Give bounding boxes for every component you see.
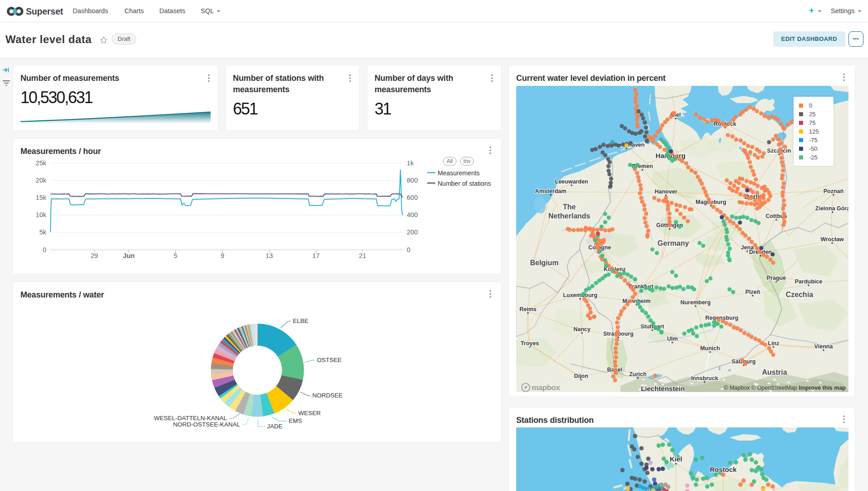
svg-text:25k: 25k [36,159,47,167]
svg-text:Luxembourg: Luxembourg [563,292,597,298]
svg-text:Inv: Inv [463,158,470,164]
svg-text:Austria: Austria [762,368,787,376]
svg-text:Kiel: Kiel [670,455,682,463]
svg-text:EMS: EMS [289,417,302,424]
svg-text:Troyes: Troyes [521,340,539,347]
svg-text:15k: 15k [36,194,47,201]
svg-text:mapbox: mapbox [532,383,560,392]
svg-text:NORDSEE: NORDSEE [312,392,343,399]
svg-text:20k: 20k [36,177,47,184]
svg-text:Measurements: Measurements [438,169,480,177]
svg-text:Amsterdam: Amsterdam [535,188,567,194]
svg-text:400: 400 [407,211,418,218]
svg-text:WESER: WESER [298,410,321,417]
svg-text:Zielona Góra: Zielona Góra [815,205,848,212]
svg-text:Netherlands: Netherlands [548,212,591,220]
svg-text:Innsbruck: Innsbruck [691,375,718,382]
svg-text:5: 5 [174,252,178,259]
svg-text:13: 13 [266,252,273,259]
svg-text:200: 200 [407,228,418,236]
svg-text:JADE: JADE [267,423,283,430]
svg-text:Rostock: Rostock [710,466,737,473]
svg-text:Zurich: Zurich [629,371,646,377]
svg-text:Munich: Munich [700,345,720,352]
svg-text:0: 0 [407,246,410,253]
svg-text:Jun: Jun [123,252,135,259]
svg-text:Germany: Germany [657,239,689,247]
svg-text:21: 21 [359,252,366,259]
svg-text:OSTSEE: OSTSEE [317,357,342,363]
svg-text:The: The [563,203,576,211]
svg-text:Nancy: Nancy [573,326,591,332]
svg-text:29: 29 [91,252,98,259]
svg-text:9: 9 [221,252,224,259]
svg-text:10k: 10k [36,211,47,218]
svg-text:Wrocław: Wrocław [820,236,843,243]
svg-text:Liechtenstein: Liechtenstein [641,385,685,392]
svg-text:Poznań: Poznań [824,188,843,194]
svg-text:Nuremberg: Nuremberg [681,299,711,306]
svg-text:0: 0 [43,246,46,253]
svg-text:Dijon: Dijon [574,373,588,379]
svg-text:Belgium: Belgium [530,259,558,267]
svg-text:Leeuwarden: Leeuwarden [555,179,588,185]
svg-text:Superset: Superset [26,6,64,16]
svg-text:Pardubice: Pardubice [795,278,822,285]
svg-text:Number of stations: Number of stations [438,180,491,187]
svg-text:1k: 1k [407,159,414,167]
svg-text:Prague: Prague [767,275,786,281]
svg-text:WESEL-DATTELN-KANAL: WESEL-DATTELN-KANAL [154,415,227,422]
svg-text:Hanover: Hanover [655,188,677,195]
svg-text:Ulm: Ulm [667,336,678,342]
svg-text:ELBE: ELBE [293,317,309,324]
svg-text:Linz: Linz [768,340,779,347]
svg-text:17: 17 [312,252,320,259]
svg-text:Plzeň: Plzeň [745,289,760,295]
svg-text:800: 800 [407,177,418,184]
svg-text:600: 600 [407,194,418,201]
svg-text:5k: 5k [39,228,47,236]
svg-text:All: All [447,158,453,164]
svg-text:NORD-OSTSEE-KANAL: NORD-OSTSEE-KANAL [173,421,240,428]
svg-text:Reims: Reims [519,306,537,312]
svg-text:Czechia: Czechia [786,291,814,298]
svg-text:Vienna: Vienna [814,343,833,350]
svg-text:Bremerhaven: Bremerhaven [624,489,667,491]
